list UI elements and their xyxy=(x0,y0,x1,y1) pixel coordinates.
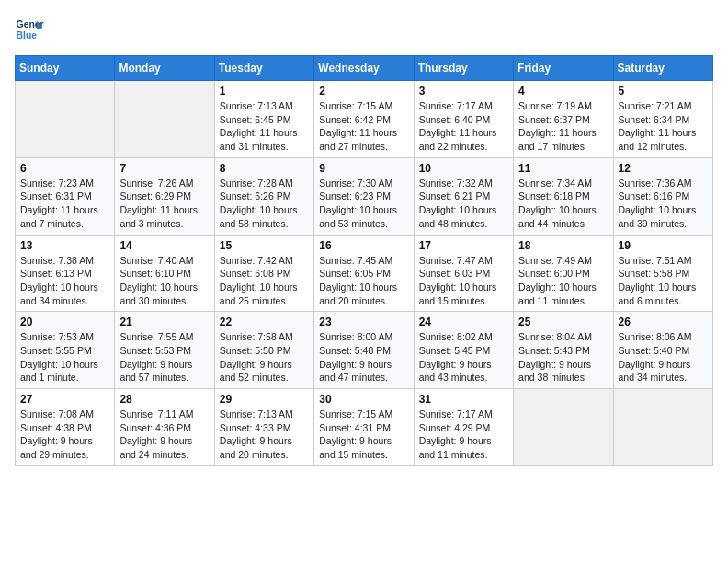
day-number: 12 xyxy=(619,162,708,175)
day-info: Sunrise: 8:02 AM Sunset: 5:45 PM Dayligh… xyxy=(419,330,508,385)
calendar-week-5: 27Sunrise: 7:08 AM Sunset: 4:38 PM Dayli… xyxy=(16,389,713,466)
calendar-table: SundayMondayTuesdayWednesdayThursdayFrid… xyxy=(15,55,713,466)
calendar-cell: 10Sunrise: 7:32 AM Sunset: 6:21 PM Dayli… xyxy=(414,157,513,235)
day-number: 21 xyxy=(119,316,209,328)
calendar-cell: 16Sunrise: 7:45 AM Sunset: 6:05 PM Dayli… xyxy=(314,235,414,312)
day-info: Sunrise: 7:13 AM Sunset: 6:45 PM Dayligh… xyxy=(220,99,309,154)
calendar-body: 1Sunrise: 7:13 AM Sunset: 6:45 PM Daylig… xyxy=(16,81,713,466)
calendar-cell: 7Sunrise: 7:26 AM Sunset: 6:29 PM Daylig… xyxy=(115,157,214,235)
calendar-cell: 28Sunrise: 7:11 AM Sunset: 4:36 PM Dayli… xyxy=(115,389,214,466)
calendar-header-friday: Friday xyxy=(514,56,613,81)
calendar-cell xyxy=(613,389,712,466)
calendar-cell: 14Sunrise: 7:40 AM Sunset: 6:10 PM Dayli… xyxy=(115,235,214,312)
day-info: Sunrise: 8:00 AM Sunset: 5:48 PM Dayligh… xyxy=(319,330,408,385)
calendar-cell xyxy=(115,81,214,158)
day-info: Sunrise: 8:04 AM Sunset: 5:43 PM Dayligh… xyxy=(518,330,608,385)
calendar-header-saturday: Saturday xyxy=(613,56,712,81)
page-header: General Blue xyxy=(15,15,713,44)
day-number: 17 xyxy=(419,239,508,252)
day-number: 7 xyxy=(119,162,209,175)
calendar-cell: 27Sunrise: 7:08 AM Sunset: 4:38 PM Dayli… xyxy=(16,389,115,466)
calendar-header-row: SundayMondayTuesdayWednesdayThursdayFrid… xyxy=(16,56,713,81)
calendar-week-3: 13Sunrise: 7:38 AM Sunset: 6:13 PM Dayli… xyxy=(16,235,713,312)
day-info: Sunrise: 7:23 AM Sunset: 6:31 PM Dayligh… xyxy=(20,177,109,231)
calendar-cell: 25Sunrise: 8:04 AM Sunset: 5:43 PM Dayli… xyxy=(514,312,613,389)
day-number: 26 xyxy=(619,316,708,328)
day-number: 10 xyxy=(419,162,508,175)
calendar-cell: 26Sunrise: 8:06 AM Sunset: 5:40 PM Dayli… xyxy=(613,312,712,389)
day-info: Sunrise: 7:21 AM Sunset: 6:34 PM Dayligh… xyxy=(619,99,708,154)
day-number: 27 xyxy=(20,393,109,406)
day-info: Sunrise: 8:06 AM Sunset: 5:40 PM Dayligh… xyxy=(619,330,708,385)
calendar-cell: 29Sunrise: 7:13 AM Sunset: 4:33 PM Dayli… xyxy=(214,389,313,466)
day-info: Sunrise: 7:58 AM Sunset: 5:50 PM Dayligh… xyxy=(220,330,309,385)
day-info: Sunrise: 7:30 AM Sunset: 6:23 PM Dayligh… xyxy=(319,177,408,231)
calendar-cell: 13Sunrise: 7:38 AM Sunset: 6:13 PM Dayli… xyxy=(16,235,115,312)
calendar-header-wednesday: Wednesday xyxy=(314,56,414,81)
day-info: Sunrise: 7:26 AM Sunset: 6:29 PM Dayligh… xyxy=(119,177,209,231)
calendar-header-thursday: Thursday xyxy=(414,56,513,81)
day-info: Sunrise: 7:17 AM Sunset: 6:40 PM Dayligh… xyxy=(419,99,508,154)
calendar-cell: 22Sunrise: 7:58 AM Sunset: 5:50 PM Dayli… xyxy=(214,312,313,389)
calendar-cell: 9Sunrise: 7:30 AM Sunset: 6:23 PM Daylig… xyxy=(314,157,414,235)
day-number: 22 xyxy=(220,316,309,328)
calendar-cell xyxy=(16,81,115,158)
day-number: 3 xyxy=(419,85,508,98)
day-info: Sunrise: 7:51 AM Sunset: 5:58 PM Dayligh… xyxy=(619,254,708,308)
day-info: Sunrise: 7:40 AM Sunset: 6:10 PM Dayligh… xyxy=(119,254,209,308)
calendar-cell: 31Sunrise: 7:17 AM Sunset: 4:29 PM Dayli… xyxy=(414,389,513,466)
logo: General Blue xyxy=(15,15,44,44)
day-number: 31 xyxy=(419,393,508,406)
day-info: Sunrise: 7:49 AM Sunset: 6:00 PM Dayligh… xyxy=(518,254,608,308)
day-info: Sunrise: 7:08 AM Sunset: 4:38 PM Dayligh… xyxy=(20,408,109,462)
day-info: Sunrise: 7:53 AM Sunset: 5:55 PM Dayligh… xyxy=(20,330,109,385)
day-number: 8 xyxy=(220,162,309,175)
calendar-header-monday: Monday xyxy=(115,56,214,81)
day-number: 2 xyxy=(319,85,408,98)
day-number: 28 xyxy=(119,393,209,406)
day-number: 16 xyxy=(319,239,408,252)
day-number: 6 xyxy=(20,162,109,175)
calendar-cell: 1Sunrise: 7:13 AM Sunset: 6:45 PM Daylig… xyxy=(214,81,313,158)
calendar-cell: 23Sunrise: 8:00 AM Sunset: 5:48 PM Dayli… xyxy=(314,312,414,389)
calendar-cell: 17Sunrise: 7:47 AM Sunset: 6:03 PM Dayli… xyxy=(414,235,513,312)
day-info: Sunrise: 7:28 AM Sunset: 6:26 PM Dayligh… xyxy=(220,177,309,231)
calendar-cell: 11Sunrise: 7:34 AM Sunset: 6:18 PM Dayli… xyxy=(514,157,613,235)
calendar-cell: 12Sunrise: 7:36 AM Sunset: 6:16 PM Dayli… xyxy=(613,157,712,235)
calendar-cell: 5Sunrise: 7:21 AM Sunset: 6:34 PM Daylig… xyxy=(613,81,712,158)
calendar-week-1: 1Sunrise: 7:13 AM Sunset: 6:45 PM Daylig… xyxy=(16,81,713,158)
day-number: 5 xyxy=(619,85,708,98)
day-number: 14 xyxy=(119,239,209,252)
calendar-header-sunday: Sunday xyxy=(16,56,115,81)
day-info: Sunrise: 7:32 AM Sunset: 6:21 PM Dayligh… xyxy=(419,177,508,231)
day-info: Sunrise: 7:55 AM Sunset: 5:53 PM Dayligh… xyxy=(119,330,209,385)
day-info: Sunrise: 7:47 AM Sunset: 6:03 PM Dayligh… xyxy=(419,254,508,308)
day-number: 25 xyxy=(518,316,608,328)
day-number: 13 xyxy=(20,239,109,252)
logo-icon: General Blue xyxy=(15,15,44,44)
day-number: 4 xyxy=(518,85,608,98)
calendar-cell: 2Sunrise: 7:15 AM Sunset: 6:42 PM Daylig… xyxy=(314,81,414,158)
day-info: Sunrise: 7:34 AM Sunset: 6:18 PM Dayligh… xyxy=(518,177,608,231)
day-info: Sunrise: 7:19 AM Sunset: 6:37 PM Dayligh… xyxy=(518,99,608,154)
calendar-cell: 20Sunrise: 7:53 AM Sunset: 5:55 PM Dayli… xyxy=(16,312,115,389)
calendar-week-2: 6Sunrise: 7:23 AM Sunset: 6:31 PM Daylig… xyxy=(16,157,713,235)
day-info: Sunrise: 7:45 AM Sunset: 6:05 PM Dayligh… xyxy=(319,254,408,308)
day-info: Sunrise: 7:38 AM Sunset: 6:13 PM Dayligh… xyxy=(20,254,109,308)
day-info: Sunrise: 7:15 AM Sunset: 4:31 PM Dayligh… xyxy=(319,408,408,462)
day-number: 18 xyxy=(518,239,608,252)
day-info: Sunrise: 7:17 AM Sunset: 4:29 PM Dayligh… xyxy=(419,408,508,462)
calendar-cell: 24Sunrise: 8:02 AM Sunset: 5:45 PM Dayli… xyxy=(414,312,513,389)
calendar-cell: 3Sunrise: 7:17 AM Sunset: 6:40 PM Daylig… xyxy=(414,81,513,158)
day-number: 30 xyxy=(319,393,408,406)
day-info: Sunrise: 7:36 AM Sunset: 6:16 PM Dayligh… xyxy=(619,177,708,231)
svg-text:Blue: Blue xyxy=(17,30,38,40)
calendar-cell: 15Sunrise: 7:42 AM Sunset: 6:08 PM Dayli… xyxy=(214,235,313,312)
day-info: Sunrise: 7:15 AM Sunset: 6:42 PM Dayligh… xyxy=(319,99,408,154)
day-number: 11 xyxy=(518,162,608,175)
calendar-cell: 8Sunrise: 7:28 AM Sunset: 6:26 PM Daylig… xyxy=(214,157,313,235)
day-info: Sunrise: 7:11 AM Sunset: 4:36 PM Dayligh… xyxy=(119,408,209,462)
day-number: 9 xyxy=(319,162,408,175)
calendar-week-4: 20Sunrise: 7:53 AM Sunset: 5:55 PM Dayli… xyxy=(16,312,713,389)
day-number: 29 xyxy=(220,393,309,406)
